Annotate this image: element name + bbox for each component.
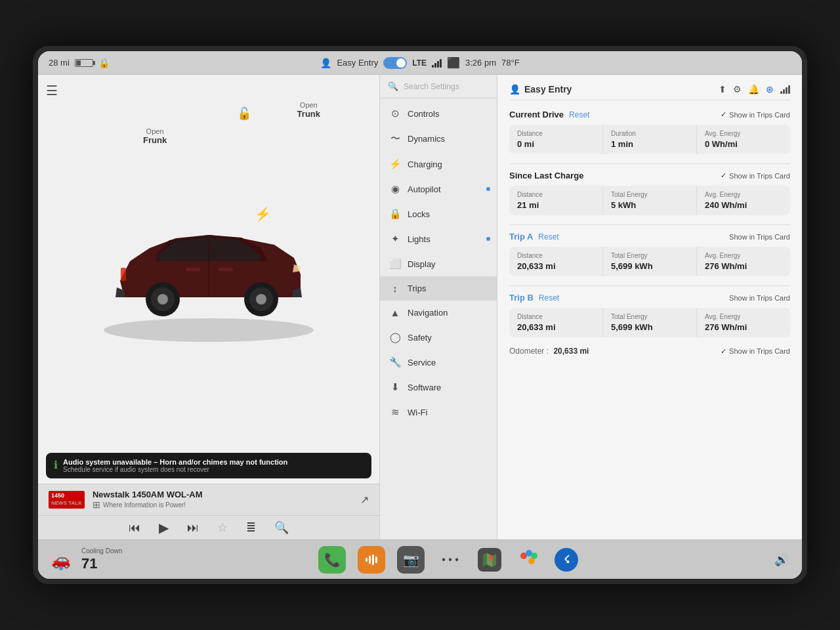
svg-point-0 — [104, 318, 314, 342]
frunk-open-text: Open — [143, 127, 167, 135]
audio-taskbar-button[interactable] — [358, 546, 385, 574]
current-drive-stat-energy: Avg. Energy 0 Wh/mi — [697, 125, 790, 154]
menu-item-locks[interactable]: 🔒 Locks — [380, 201, 497, 226]
h-signal-bar-2 — [783, 89, 785, 94]
trunk-label[interactable]: Open Trunk — [297, 101, 320, 119]
bell-icon-header[interactable]: 🔔 — [748, 84, 759, 94]
radio-info: Newstalk 1450AM WOL-AM ⊞ Where Informati… — [93, 490, 352, 510]
menu-item-lights[interactable]: ✦ Lights — [380, 226, 497, 251]
current-drive-energy-value: 0 Wh/mi — [705, 139, 782, 149]
divider-1 — [509, 163, 790, 164]
trip-a-section: Trip A Reset Show in Trips Card Distance… — [509, 232, 790, 276]
trunk-action-text: Trunk — [297, 109, 320, 119]
menu-item-display[interactable]: ⬜ Display — [380, 251, 497, 276]
svg-rect-9 — [219, 268, 233, 271]
trip-a-show-card: Show in Trips Card — [729, 233, 790, 241]
svg-rect-8 — [186, 268, 200, 271]
trip-b-reset-button[interactable]: Reset — [539, 293, 559, 303]
menu-item-trips[interactable]: ↕ Trips — [380, 276, 497, 301]
bluetooth-icon-header[interactable]: ⊛ — [766, 84, 774, 94]
current-drive-stat-duration: Duration 1 min — [603, 125, 697, 154]
since-last-charge-section: Since Last Charge ✓ Show in Trips Card D… — [509, 171, 790, 215]
h-signal-bar-1 — [780, 91, 782, 94]
settings-icon-header[interactable]: ⚙ — [733, 84, 742, 94]
menu-item-wifi[interactable]: ≋ Wi-Fi — [380, 400, 497, 425]
next-track-button[interactable]: ⏭ — [187, 521, 199, 535]
play-pause-button[interactable]: ▶ — [159, 520, 169, 536]
locks-icon: 🔒 — [389, 208, 401, 220]
wifi-label: Wi-Fi — [408, 408, 427, 417]
locks-label: Locks — [408, 209, 430, 219]
menu-item-software[interactable]: ⬇ Software — [380, 375, 497, 400]
camera-taskbar-button[interactable]: 📷 — [397, 546, 425, 574]
current-drive-show-label: Show in Trips Card — [729, 111, 790, 119]
menu-item-controls[interactable]: ⊙ Controls — [380, 101, 497, 126]
map-taskbar-button[interactable] — [476, 546, 503, 574]
trip-a-reset-button[interactable]: Reset — [538, 232, 558, 242]
charging-icon: ⚡ — [389, 158, 401, 170]
settings-menu: 🔍 Search Settings ⊙ Controls 〜 Dynamics … — [379, 75, 497, 539]
bluetooth-taskbar-button[interactable]: ☇ — [555, 548, 578, 572]
signal-bar-3 — [437, 61, 439, 68]
signal-bars — [432, 58, 442, 68]
display-icon: ⬜ — [389, 258, 401, 270]
trip-a-avg-energy-label: Avg. Energy — [705, 252, 782, 259]
menu-item-dynamics[interactable]: 〜 Dynamics — [380, 126, 497, 152]
car-lock-icon[interactable]: 🔓 — [237, 106, 251, 121]
search-icon: 🔍 — [388, 81, 398, 91]
svg-point-16 — [489, 555, 493, 559]
taskbar-right: 🔊 — [774, 553, 789, 567]
equalizer-icon[interactable]: ≣ — [246, 520, 256, 535]
radio-tagline-text: Where Information is Power! — [103, 501, 186, 509]
games-taskbar-button[interactable] — [515, 546, 543, 574]
menu-items-list: ⊙ Controls 〜 Dynamics ⚡ Charging ◉ Autop… — [380, 98, 497, 539]
phone-taskbar-button[interactable]: 📞 — [318, 546, 346, 574]
menu-item-safety[interactable]: ◯ Safety — [380, 325, 497, 350]
odometer-checkmark: ✓ — [721, 347, 726, 356]
car-area: ☰ Open Frunk 🔓 Open Trunk ⚡ — [38, 75, 379, 448]
current-drive-reset-button[interactable]: Reset — [569, 110, 589, 119]
menu-item-navigation[interactable]: ▲ Navigation — [380, 301, 497, 325]
hamburger-menu-icon[interactable]: ☰ — [46, 83, 58, 98]
trips-panel: 👤 Easy Entry ⬆ ⚙ 🔔 ⊛ — [497, 75, 802, 539]
notification-text: Audio system unavailable – Horn and/or c… — [63, 458, 287, 473]
safety-label: Safety — [408, 333, 432, 343]
trip-b-total-energy-label: Total Energy — [611, 313, 688, 320]
controls-icon: ⊙ — [389, 108, 401, 119]
odometer-value: 20,633 mi — [553, 346, 589, 356]
easy-entry-toggle[interactable] — [383, 57, 407, 69]
car-taskbar-item[interactable]: 🚗 — [51, 551, 71, 569]
wifi-icon: ≋ — [389, 406, 401, 418]
search-radio-button[interactable]: 🔍 — [274, 520, 289, 535]
favorite-button[interactable]: ☆ — [217, 520, 228, 535]
main-content: ☰ Open Frunk 🔓 Open Trunk ⚡ — [38, 75, 802, 539]
prev-track-button[interactable]: ⏮ — [129, 521, 140, 535]
more-taskbar-button[interactable]: • • • — [436, 546, 464, 574]
battery-range: 28 mi — [49, 58, 70, 68]
autopilot-icon: ◉ — [389, 183, 401, 195]
trip-a-total-energy-label: Total Energy — [611, 252, 688, 259]
cooling-temp: 71 — [81, 555, 122, 572]
search-placeholder[interactable]: Search Settings — [404, 82, 459, 91]
trunk-open-text: Open — [297, 101, 320, 109]
menu-item-service[interactable]: 🔧 Service — [380, 350, 497, 375]
dynamics-label: Dynamics — [408, 134, 445, 144]
trip-b-avg-energy-label: Avg. Energy — [705, 313, 782, 320]
menu-item-charging[interactable]: ⚡ Charging — [380, 152, 497, 177]
current-drive-header: Current Drive Reset ✓ Show in Trips Card — [509, 110, 790, 119]
trip-a-total-energy-value: 5,699 kWh — [611, 261, 688, 271]
slc-distance-label: Distance — [517, 191, 595, 198]
volume-icon[interactable]: 🔊 — [774, 553, 789, 567]
odometer-row: Odometer : 20,633 mi ✓ Show in Trips Car… — [509, 346, 790, 356]
current-drive-stats: Distance 0 mi Duration 1 min Avg. Energy… — [509, 125, 790, 154]
radio-brand: NEWS TALK — [51, 500, 82, 507]
odometer-show-label: Show in Trips Card — [729, 347, 790, 355]
trip-b-distance-label: Distance — [517, 313, 595, 320]
radio-multiroom-icon[interactable]: ↗ — [360, 494, 369, 506]
lte-status: LTE — [412, 58, 427, 68]
menu-item-autopilot[interactable]: ◉ Autopilot — [380, 177, 497, 201]
upload-icon-header[interactable]: ⬆ — [719, 84, 726, 94]
frunk-label[interactable]: Open Frunk — [143, 127, 167, 145]
notification-icon: ℹ — [54, 459, 58, 471]
status-bar-center: 👤 Easy Entry LTE ⬛ 3:26 pm 78°F — [320, 56, 519, 69]
